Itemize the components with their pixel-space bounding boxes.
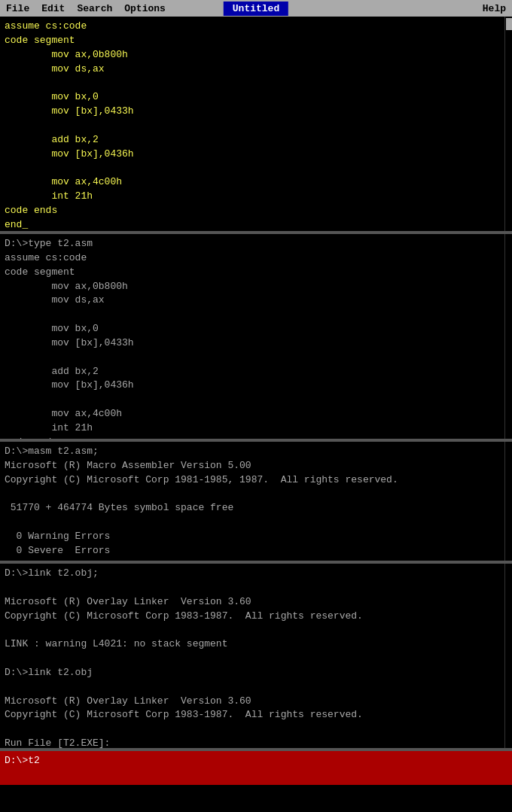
code-line: mov [bx],0433h [5,105,507,119]
menu-bar: File Edit Search Options Untitled Help [0,0,512,17]
terminal-run-content: D:\>t2 [5,754,507,768]
editor-content: assume cs:codecode segment mov ax,0b800h… [5,20,507,231]
code-line: 0 Severe Errors [5,544,507,558]
code-line: mov [bx],0436h [5,379,507,393]
code-line: D:\>link t2.obj [5,666,507,680]
code-line: mov ax,4c00h [5,175,507,190]
code-line: D:\>masm t2.asm; [5,445,507,459]
code-line: code ends [5,436,507,439]
terminal-type-content: D:\>type t2.asmassume cs:codecode segmen… [5,237,507,439]
code-line [5,351,507,365]
code-line: code segment [5,266,507,280]
code-line: mov ds,ax [5,293,507,308]
menu-file[interactable]: File [0,2,35,16]
code-line: Copyright (C) Microsoft Corp 1983-1987. … [5,708,507,722]
terminal-link-pane[interactable]: D:\>link t2.obj; Microsoft (R) Overlay L… [0,564,512,748]
code-line: D:\>link t2.obj; [5,567,507,581]
code-line: end_ [5,218,507,231]
terminal-masm-pane[interactable]: D:\>masm t2.asm;Microsoft (R) Macro Asse… [0,442,512,561]
code-line: add bx,2 [5,365,507,379]
code-line [5,488,507,502]
menu-options[interactable]: Options [118,2,172,16]
code-line [5,515,507,530]
code-line: D:\>type t2.asm [5,237,507,251]
terminal-masm-content: D:\>masm t2.asm;Microsoft (R) Macro Asse… [5,445,507,558]
code-line: Microsoft (R) Macro Assembler Version 5.… [5,459,507,473]
code-line: Run File [T2.EXE]: [5,737,507,748]
code-line [5,581,507,595]
editor-pane[interactable]: assume cs:codecode segment mov ax,0b800h… [0,17,512,231]
editor-scrollbar[interactable] [504,17,512,231]
code-line: mov [bx],0436h [5,147,507,162]
terminal-link-content: D:\>link t2.obj; Microsoft (R) Overlay L… [5,567,507,748]
code-line: Copyright (C) Microsoft Corp 1981-1985, … [5,473,507,488]
code-line: Microsoft (R) Overlay Linker Version 3.6… [5,695,507,709]
terminal-type-pane[interactable]: D:\>type t2.asmassume cs:codecode segmen… [0,234,512,439]
code-line: mov bx,0 [5,322,507,336]
menu-help[interactable]: Help [483,3,506,14]
code-line: mov ax,0b800h [5,48,507,62]
window-title: Untitled [224,2,288,16]
code-line: 0 Warning Errors [5,530,507,544]
code-line [5,76,507,90]
scrollbar-thumb [506,18,512,30]
code-line: add bx,2 [5,133,507,147]
code-line [5,623,507,637]
code-line: mov bx,0 [5,90,507,105]
code-line: 51770 + 464774 Bytes symbol space free [5,501,507,515]
menu-edit[interactable]: Edit [35,2,71,16]
terminal-run-pane[interactable]: D:\>t2 [0,751,512,785]
code-line: mov ax,0b800h [5,280,507,294]
menu-search[interactable]: Search [71,2,118,16]
code-line: mov [bx],0433h [5,336,507,351]
code-line [5,722,507,737]
terminal-masm-scrollbar[interactable] [504,442,512,561]
code-line: assume cs:code [5,251,507,266]
code-line: Copyright (C) Microsoft Corp 1983-1987. … [5,610,507,624]
code-line [5,680,507,695]
code-line: mov ds,ax [5,62,507,77]
code-line: LINK : warning L4021: no stack segment [5,637,507,652]
code-line [5,652,507,666]
code-line: int 21h [5,421,507,436]
code-line: Microsoft (R) Overlay Linker Version 3.6… [5,595,507,610]
code-line [5,308,507,322]
terminal-link-scrollbar[interactable] [504,564,512,748]
code-line: mov ax,4c00h [5,407,507,421]
code-line: D:\>t2 [5,754,507,768]
terminal-type-scrollbar[interactable] [504,234,512,439]
code-line [5,119,507,133]
code-line: int 21h [5,190,507,204]
code-line [5,393,507,407]
code-line: code segment [5,34,507,48]
code-line: code ends [5,204,507,218]
code-line [5,161,507,175]
code-line: assume cs:code [5,20,507,34]
